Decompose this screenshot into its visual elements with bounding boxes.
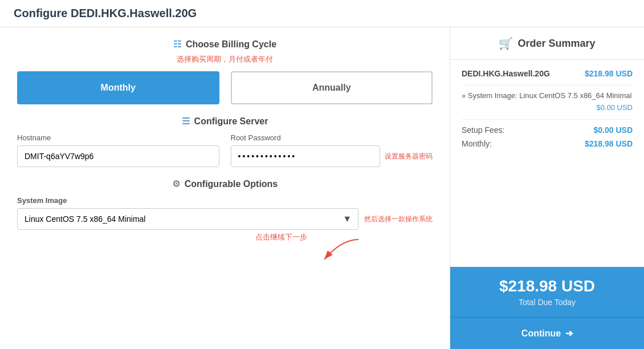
sub-item-name: » System Image: Linux CentOS 7.5 x86_64 … [462,91,633,100]
configure-server-section: ☰ Configure Server Hostname Root Passwor… [17,116,433,167]
order-summary-label: Order Summary [517,38,595,50]
total-label: Total Due Today [462,298,633,307]
billing-icon: ☷ [173,39,181,50]
options-icon: ⚙ [172,178,180,189]
configurable-options-section: ⚙ Configurable Options System Image Linu… [17,178,433,261]
continue-arrow-icon: ➔ [565,328,573,339]
monthly-row: Monthly: $218.98 USD [462,139,633,148]
configure-server-header: ☰ Configure Server [17,116,433,127]
monthly-button[interactable]: Monthly [17,71,219,104]
order-main-item: DEDI.HKG.Haswell.20G $218.98 USD [462,69,633,78]
order-item-name: DEDI.HKG.Haswell.20G [462,69,550,78]
hostname-input[interactable] [17,145,219,167]
billing-section: ☷ Choose Billing Cycle 选择购买周期，月付或者年付 Mon… [17,39,433,104]
password-input[interactable] [231,145,381,167]
click-annotation-text: 点击继续下一步 [255,232,307,242]
setup-fees-value: $0.00 USD [594,125,633,135]
right-panel: 🛒 Order Summary DEDI.HKG.Haswell.20G $21… [450,27,644,349]
order-divider-2 [462,119,633,120]
configurable-options-label: Configurable Options [185,179,278,189]
top-bar: Configure DEDI.HKG.Haswell.20G [0,0,644,27]
hostname-label: Hostname [17,133,219,142]
billing-hint: 选择购买周期，月付或者年付 [17,54,433,64]
order-summary-header: 🛒 Order Summary [450,27,644,60]
setup-fees-row: Setup Fees: $0.00 USD [462,125,633,135]
billing-section-header: ☷ Choose Billing Cycle [17,39,433,50]
cart-icon: 🛒 [499,36,513,50]
server-icon: ☰ [182,116,190,127]
monthly-row-label: Monthly: [462,139,492,148]
total-amount: $218.98 USD [462,277,633,295]
password-label: Root Password [231,133,433,142]
total-box: $218.98 USD Total Due Today [450,267,644,317]
password-group: Root Password 设置服务器密码 [231,133,433,167]
system-image-select[interactable]: Linux CentOS 7.5 x86_64 Minimal [17,208,358,230]
order-divider-1 [462,85,633,86]
setup-fees-label: Setup Fees: [462,125,505,135]
continue-button[interactable]: Continue ➔ [450,317,644,349]
system-image-select-wrapper: Linux CentOS 7.5 x86_64 Minimal ▼ [17,208,358,230]
sub-item-price: $0.00 USD [596,103,633,112]
password-hint: 设置服务器密码 [385,152,433,161]
continue-label: Continue [521,328,561,339]
page-title: Configure DEDI.HKG.Haswell.20G [14,7,197,19]
hostname-group: Hostname [17,133,219,167]
order-item-price: $218.98 USD [585,69,633,78]
order-sub-item: » System Image: Linux CentOS 7.5 x86_64 … [462,91,633,112]
configure-server-label: Configure Server [194,116,268,127]
order-items: DEDI.HKG.Haswell.20G $218.98 USD » Syste… [450,60,644,267]
system-image-hint: 然后选择一款操作系统 [364,214,433,224]
configurable-options-header: ⚙ Configurable Options [17,178,433,189]
left-panel: ☷ Choose Billing Cycle 选择购买周期，月付或者年付 Mon… [0,27,450,349]
billing-section-label: Choose Billing Cycle [186,39,276,50]
monthly-row-value: $218.98 USD [585,139,633,148]
annually-button[interactable]: Annually [231,71,433,104]
arrow-annotation-icon [319,237,364,265]
billing-buttons: Monthly Annually [17,71,433,104]
system-image-label: System Image [17,196,433,205]
